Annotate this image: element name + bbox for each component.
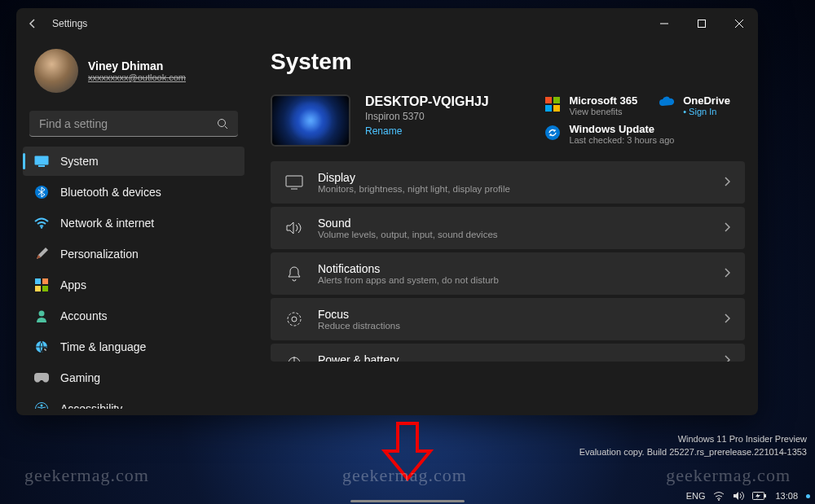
close-button[interactable]	[720, 8, 758, 39]
nav-item-apps[interactable]: Apps	[23, 270, 244, 300]
notification-dot[interactable]	[806, 494, 810, 498]
settings-item-display[interactable]: DisplayMonitors, brightness, night light…	[271, 161, 745, 204]
person-icon	[34, 309, 49, 323]
settings-list: DisplayMonitors, brightness, night light…	[271, 161, 751, 362]
tray-lang[interactable]: ENG	[686, 491, 706, 501]
nav-label: Personalization	[60, 248, 139, 261]
settings-sub: Monitors, brightness, night light, displ…	[318, 184, 510, 194]
nav-label: System	[60, 155, 99, 168]
search-input[interactable]	[39, 117, 217, 130]
nav-item-personalization[interactable]: Personalization	[23, 239, 244, 269]
bluetooth-icon	[34, 185, 49, 199]
nav-label: Network & internet	[60, 217, 154, 230]
svg-rect-0	[698, 20, 706, 28]
nav-label: Time & language	[60, 340, 146, 353]
wifi-icon[interactable]	[713, 491, 725, 501]
status-update[interactable]: Windows UpdateLast checked: 3 hours ago	[544, 123, 751, 145]
svg-rect-7	[42, 278, 48, 284]
nav-label: Gaming	[60, 371, 100, 384]
svg-rect-26	[764, 494, 766, 497]
svg-point-21	[288, 313, 301, 326]
nav-item-system[interactable]: System	[23, 147, 244, 176]
apps-icon	[34, 278, 49, 292]
display-icon	[285, 173, 303, 191]
svg-point-5	[41, 227, 42, 229]
maximize-icon	[698, 20, 706, 28]
svg-rect-17	[545, 105, 552, 112]
nav-item-time-language[interactable]: Time & language	[23, 332, 244, 362]
page-title: System	[271, 49, 751, 75]
focus-icon	[285, 310, 303, 328]
m365-icon	[544, 96, 561, 112]
svg-rect-8	[35, 286, 41, 291]
tray-time[interactable]: 13:08	[775, 491, 798, 501]
svg-point-19	[545, 125, 560, 140]
chevron-right-icon	[724, 175, 730, 190]
settings-title: Notifications	[318, 262, 499, 275]
svg-point-14	[41, 405, 43, 407]
settings-item-power-battery[interactable]: Power & batterySleep, battery usage, bat…	[271, 344, 745, 362]
nav-item-gaming[interactable]: Gaming	[23, 363, 244, 392]
nav-item-network-internet[interactable]: Network & internet	[23, 208, 244, 238]
profile-email: xxxxxxxxx@outlook.com	[88, 72, 186, 82]
svg-rect-18	[553, 105, 560, 112]
nav-label: Accessibility	[60, 402, 122, 409]
back-button[interactable]	[24, 15, 41, 32]
gamepad-icon	[34, 370, 49, 385]
volume-icon[interactable]	[733, 491, 744, 501]
settings-item-sound[interactable]: SoundVolume levels, output, input, sound…	[271, 207, 745, 249]
globe-icon	[34, 340, 49, 354]
taskbar-handle[interactable]	[350, 500, 465, 502]
profile[interactable]: Viney Dhiman xxxxxxxxx@outlook.com	[23, 39, 244, 107]
settings-sub: Reduce distractions	[318, 321, 400, 331]
back-arrow-icon	[27, 18, 38, 29]
chevron-right-icon	[724, 266, 730, 281]
power-icon	[285, 353, 303, 362]
svg-point-22	[292, 317, 297, 322]
device-thumbnail[interactable]	[271, 94, 350, 147]
onedrive-icon	[659, 96, 675, 112]
chevron-right-icon	[724, 312, 730, 327]
battery-icon[interactable]	[752, 492, 767, 500]
settings-sub: Alerts from apps and system, do not dist…	[318, 275, 499, 285]
nav-item-accounts[interactable]: Accounts	[23, 301, 244, 331]
device-model: Inspiron 5370	[365, 111, 489, 122]
bell-icon	[285, 265, 303, 283]
status-onedrive[interactable]: OneDrive• Sign In	[659, 94, 751, 116]
svg-rect-16	[553, 97, 560, 103]
update-icon	[544, 125, 561, 141]
rename-link[interactable]: Rename	[365, 125, 489, 137]
taskbar[interactable]: ENG 13:08	[0, 480, 815, 504]
settings-title: Power & battery	[318, 353, 399, 362]
nav: SystemBluetooth & devicesNetwork & inter…	[23, 147, 244, 409]
settings-item-focus[interactable]: FocusReduce distractions	[271, 298, 745, 340]
status-m365[interactable]: Microsoft 365View benefits	[544, 94, 637, 116]
maximize-button[interactable]	[683, 8, 720, 39]
brush-icon	[34, 247, 49, 261]
search-box[interactable]	[29, 111, 238, 137]
minimize-icon	[660, 20, 668, 28]
settings-title: Sound	[318, 217, 498, 230]
svg-rect-20	[286, 176, 302, 186]
minimize-button[interactable]	[645, 8, 683, 39]
settings-title: Display	[318, 171, 510, 184]
accessibility-icon	[34, 401, 49, 409]
chevron-right-icon	[724, 353, 730, 362]
svg-point-10	[39, 311, 45, 317]
settings-item-notifications[interactable]: NotificationsAlerts from apps and system…	[271, 252, 745, 295]
system-icon	[34, 154, 49, 169]
wifi-icon	[34, 216, 49, 230]
svg-point-24	[718, 499, 720, 501]
close-icon	[735, 20, 743, 28]
system-tray[interactable]: ENG 13:08	[686, 491, 810, 501]
window-controls	[645, 8, 758, 39]
svg-rect-9	[42, 286, 48, 291]
main-content: System DESKTOP-VQIGHJJ Inspiron 5370 Ren…	[251, 39, 758, 415]
titlebar: Settings	[16, 8, 758, 39]
nav-label: Bluetooth & devices	[60, 186, 161, 199]
sound-icon	[285, 219, 303, 237]
nav-item-bluetooth-devices[interactable]: Bluetooth & devices	[23, 177, 244, 207]
profile-name: Viney Dhiman	[88, 59, 186, 72]
svg-rect-3	[38, 165, 45, 167]
nav-item-accessibility[interactable]: Accessibility	[23, 394, 244, 409]
